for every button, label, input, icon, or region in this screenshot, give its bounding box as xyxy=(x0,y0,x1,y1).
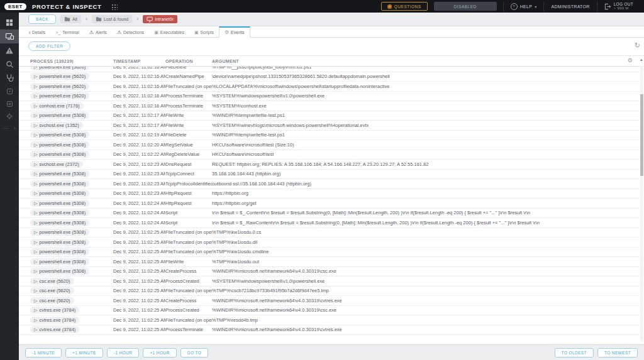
sidebar-item-events[interactable] xyxy=(0,110,19,123)
event-row[interactable]: ▷ powershell.exe (5620) Dec 9, 2022, 11:… xyxy=(19,92,640,102)
process-chip[interactable]: ▷ csc.exe (5620) xyxy=(30,297,74,304)
back-button[interactable]: BACK xyxy=(28,14,56,24)
process-chip[interactable]: ▷ powershell.exe (5308) xyxy=(30,151,89,158)
process-chip[interactable]: ▷ svchost.exe (2372) xyxy=(30,161,83,168)
process-chip[interactable]: ▷ powershell.exe (5308) xyxy=(30,141,89,148)
sidebar-item-executables[interactable] xyxy=(0,85,19,97)
event-row[interactable]: ▷ powershell.exe (5308) Dec 9, 2022, 11:… xyxy=(19,140,640,150)
process-chip[interactable]: ▷ cvtres.exe (3784) xyxy=(30,326,79,333)
process-chip[interactable]: ▷ powershell.exe (5620) xyxy=(30,73,89,80)
process-chip[interactable]: ▷ conhost.exe (7176) xyxy=(30,102,84,109)
process-chip[interactable]: ▷ powershell.exe (5308) xyxy=(30,219,89,226)
process-chip[interactable]: ▷ powershell.exe (5308) xyxy=(30,248,89,255)
event-row[interactable]: ▷ powershell.exe (5308) Dec 9, 2022, 11:… xyxy=(19,209,640,219)
process-chip[interactable]: ▷ powershell.exe (5308) xyxy=(30,268,89,275)
sidebar-item-alerts[interactable] xyxy=(0,43,19,57)
column-header-timestamp[interactable]: TIMESTAMP xyxy=(113,59,165,63)
sidebar-item-diagnostics[interactable] xyxy=(0,71,19,85)
column-header-operation[interactable]: OPERATION xyxy=(165,59,212,63)
tab[interactable]: ⚠ Alerts xyxy=(84,26,112,37)
process-chip[interactable]: ▷ powershell.exe (5308) xyxy=(30,131,89,138)
event-row[interactable]: ▷ cvtres.exe (3784) Dec 9, 2022, 11:02:2… xyxy=(19,325,640,335)
process-chip[interactable]: ▷ powershell.exe (5308) xyxy=(30,180,89,187)
event-row[interactable]: ▷ conhost.exe (7176) Dec 9, 2022, 11:02:… xyxy=(19,101,640,111)
user-menu[interactable]: ADMINISTRATOR xyxy=(543,1,596,11)
event-row[interactable]: ▷ powershell.exe (5308) Dec 9, 2022, 11:… xyxy=(19,257,640,267)
event-row[interactable]: ▷ powershell.exe (5308) Dec 9, 2022, 11:… xyxy=(19,111,640,121)
help-menu[interactable]: ? HELP ▾ xyxy=(503,1,544,11)
column-settings-gear-icon[interactable]: ⚙ xyxy=(628,57,633,63)
tab[interactable]: ⚙ Events xyxy=(219,26,250,38)
process-chip[interactable]: ▷ csc.exe (5620) xyxy=(30,287,74,294)
jump-button[interactable]: TO NEWEST xyxy=(597,348,638,357)
process-chip[interactable]: ▷ powershell.exe (5620) xyxy=(30,92,89,99)
process-chip[interactable]: ▷ cvtres.exe (3784) xyxy=(30,317,79,324)
time-nav-button[interactable]: +1 MINUTE xyxy=(65,348,103,357)
event-row[interactable]: ▷ powershell.exe (5308) Dec 9, 2022, 11:… xyxy=(19,237,640,248)
event-row[interactable]: ▷ powershell.exe (5308) Dec 9, 2022, 11:… xyxy=(19,199,640,209)
apps-grid-icon[interactable] xyxy=(111,3,118,10)
process-chip[interactable]: ▷ powershell.exe (5308) xyxy=(30,209,89,216)
time-nav-button[interactable]: -1 HOUR xyxy=(107,348,140,357)
disabled-status-button[interactable]: DISABLED xyxy=(434,2,497,11)
process-chip[interactable]: ▷ cvtres.exe (3784) xyxy=(30,307,79,314)
column-header-process[interactable]: PROCESS (139239) xyxy=(19,59,113,63)
event-row[interactable]: ▷ svchost.exe (2372) Dec 9, 2022, 11:02:… xyxy=(19,160,640,170)
process-chip[interactable]: ▷ powershell.exe (5308) xyxy=(30,200,89,207)
logout-button[interactable]: LOG OUT > 999 M xyxy=(597,1,640,11)
event-row[interactable]: ▷ powershell.exe (5620) Dec 9, 2022, 11:… xyxy=(19,82,640,92)
tab[interactable]: ▣ Scripts xyxy=(189,26,219,37)
event-row[interactable]: ▷ powershell.exe (5308) Dec 9, 2022, 11:… xyxy=(19,248,640,258)
event-row[interactable]: ▷ cvtres.exe (3784) Dec 9, 2022, 11:02:2… xyxy=(19,315,640,325)
tab[interactable]: ⚠ Detections xyxy=(112,26,149,37)
event-row[interactable]: ▷ powershell.exe (5308) Dec 9, 2022, 11:… xyxy=(19,150,640,160)
process-chip[interactable]: ▷ powershell.exe (5308) xyxy=(30,229,89,236)
breadcrumb-group-all[interactable]: All xyxy=(60,15,81,23)
scrollbar-thumb[interactable] xyxy=(640,94,643,176)
event-row[interactable]: ▷ csc.exe (5620) Dec 9, 2022, 11:02:25 A… xyxy=(19,276,640,286)
time-nav-button[interactable]: +1 HOUR xyxy=(143,348,176,357)
jump-button[interactable]: TO OLDEST xyxy=(555,348,594,357)
event-row[interactable]: ▷ powershell.exe (5308) Dec 9, 2022, 11:… xyxy=(19,189,640,199)
more-ellipsis-icon[interactable]: ⋯ xyxy=(3,126,8,131)
breadcrumb-group-lost-and-found[interactable]: Lost & found xyxy=(92,15,132,23)
vertical-scrollbar[interactable] xyxy=(640,66,643,341)
event-row[interactable]: ▷ csc.exe (5620) Dec 9, 2022, 11:02:25 A… xyxy=(19,286,640,297)
process-chip[interactable]: ▷ powershell.exe (5308) xyxy=(30,112,89,119)
event-row[interactable]: ▷ csc.exe (5620) Dec 9, 2022, 11:02:25 A… xyxy=(19,296,640,306)
refresh-icon[interactable]: ↻ xyxy=(635,41,640,50)
process-chip[interactable]: ▷ powershell.exe (5620) xyxy=(30,83,89,90)
process-chip[interactable]: ▷ powershell.exe (5308) xyxy=(30,239,89,246)
time-nav-button[interactable]: -1 MINUTE xyxy=(25,348,62,357)
event-row[interactable]: ▷ powershell.exe (5308) Dec 9, 2022, 11:… xyxy=(19,131,640,141)
event-row[interactable]: ▷ powershell.exe (5620) Dec 9, 2022, 11:… xyxy=(19,66,640,72)
column-header-argument[interactable]: ARGUMENT xyxy=(212,59,644,63)
sidebar-item-dashboard[interactable] xyxy=(0,16,19,30)
tab[interactable]: i Details xyxy=(24,26,50,37)
event-row[interactable]: ▷ powershell.exe (5308) Dec 9, 2022, 11:… xyxy=(19,267,640,277)
process-chip[interactable]: ▷ csc.exe (5620) xyxy=(30,278,74,285)
event-row[interactable]: ▷ powershell.exe (5308) Dec 9, 2022, 11:… xyxy=(19,228,640,238)
add-filter-button[interactable]: ADD FILTER xyxy=(28,41,70,51)
event-row[interactable]: ▷ powershell.exe (5620) Dec 9, 2022, 11:… xyxy=(19,72,640,82)
sidebar-item-computers[interactable] xyxy=(0,30,19,43)
process-chip[interactable]: ▷ powershell.exe (5308) xyxy=(30,170,89,177)
event-row[interactable]: ▷ svchost.exe (1352) Dec 9, 2022, 11:02:… xyxy=(19,121,640,131)
process-chip[interactable]: ▷ powershell.exe (5620) xyxy=(30,66,89,70)
event-row[interactable]: ▷ powershell.exe (5308) Dec 9, 2022, 11:… xyxy=(19,170,640,180)
questions-button[interactable]: QUESTIONS xyxy=(381,2,428,11)
tab[interactable]: ▣ Executables xyxy=(149,26,189,37)
tab[interactable]: >_ Terminal xyxy=(50,26,84,37)
event-row[interactable]: ▷ powershell.exe (5308) Dec 9, 2022, 11:… xyxy=(19,179,640,189)
scroll-up-arrow-icon[interactable]: ▲ xyxy=(640,58,643,62)
process-chip[interactable]: ▷ svchost.exe (1352) xyxy=(30,122,83,129)
sidebar-item-search[interactable] xyxy=(0,57,19,71)
time-nav-button[interactable]: GO TO xyxy=(180,348,209,357)
event-row[interactable]: ▷ cvtres.exe (3784) Dec 9, 2022, 11:02:2… xyxy=(19,306,640,316)
sidebar-expand-chevron-icon[interactable]: › xyxy=(14,126,16,131)
event-row[interactable]: ▷ powershell.exe (5308) Dec 9, 2022, 11:… xyxy=(19,218,640,228)
computer-badge[interactable]: Intranet0r xyxy=(143,15,177,23)
process-chip[interactable]: ▷ powershell.exe (5308) xyxy=(30,190,89,197)
sidebar-item-scripts[interactable] xyxy=(0,97,19,110)
process-chip[interactable]: ▷ powershell.exe (5308) xyxy=(30,258,89,265)
